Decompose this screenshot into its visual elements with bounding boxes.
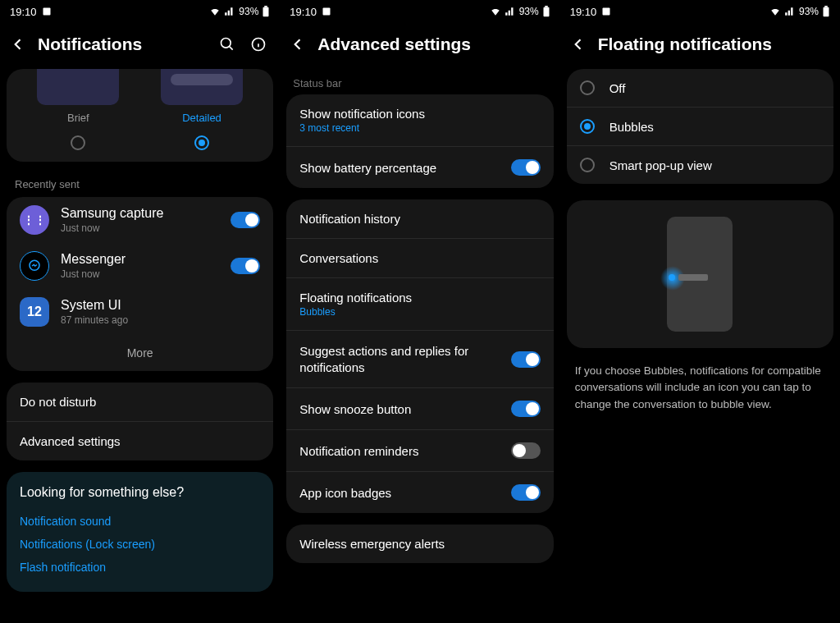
radio-off[interactable] <box>580 80 595 95</box>
toggle-capture[interactable] <box>231 212 260 228</box>
back-button[interactable] <box>570 36 587 53</box>
svg-rect-9 <box>603 8 610 16</box>
option-smart[interactable]: Smart pop-up view <box>567 146 833 184</box>
page-title: Floating notifications <box>598 34 827 54</box>
app-sub: Just now <box>61 222 219 234</box>
app-sub: 87 minutes ago <box>61 314 260 326</box>
app-row-capture[interactable]: ⋮⋮ Samsung capture Just now <box>7 197 273 243</box>
svg-rect-10 <box>823 7 829 16</box>
badges-row[interactable]: App icon badges <box>286 471 553 513</box>
conversations-row[interactable]: Conversations <box>286 238 553 277</box>
looking-title: Looking for something else? <box>20 485 260 500</box>
link-lock-screen[interactable]: Notifications (Lock screen) <box>20 533 260 556</box>
battery-icon <box>262 6 270 17</box>
notifications-screen: 19:10 93% Notifications Brief <box>0 0 280 623</box>
style-brief-label: Brief <box>67 112 89 124</box>
app-row-systemui[interactable]: 12 System UI 87 minutes ago <box>7 289 273 335</box>
photo-icon <box>42 7 52 16</box>
floating-row[interactable]: Floating notifications Bubbles <box>286 277 553 330</box>
status-bar: 19:10 93% <box>560 0 840 23</box>
toggle-messenger[interactable] <box>231 258 260 274</box>
toggle-badges[interactable] <box>511 484 541 501</box>
toggle-suggest[interactable] <box>511 351 541 368</box>
status-battery: 93% <box>799 6 819 17</box>
signal-icon <box>784 6 796 17</box>
style-detailed[interactable]: Detailed <box>140 69 264 162</box>
wifi-icon <box>209 6 221 17</box>
battery-icon <box>822 6 830 17</box>
wifi-icon <box>490 6 501 17</box>
header: Notifications <box>0 23 280 66</box>
status-time: 19:10 <box>10 6 37 18</box>
status-bar-card: Show notification icons 3 most recent Sh… <box>286 94 553 188</box>
advanced-settings-screen: 19:10 93% Advanced settings Status bar S… <box>280 0 559 623</box>
show-battery-row[interactable]: Show battery percentage <box>286 146 553 188</box>
signal-icon <box>224 6 235 17</box>
link-notif-sound[interactable]: Notification sound <box>20 510 260 533</box>
toggle-reminders[interactable] <box>511 442 541 459</box>
battery-icon <box>542 6 550 17</box>
floating-notifications-screen: 19:10 93% Floating notifications Off Bub… <box>560 0 840 623</box>
radio-bubbles[interactable] <box>580 119 595 134</box>
reminders-row[interactable]: Notification reminders <box>286 429 553 471</box>
looking-card: Looking for something else? Notification… <box>7 472 273 592</box>
status-bar: 19:10 93% <box>280 0 559 23</box>
app-row-messenger[interactable]: Messenger Just now <box>7 243 273 289</box>
radio-brief[interactable] <box>71 135 85 150</box>
svg-rect-1 <box>263 7 269 16</box>
back-button[interactable] <box>290 36 306 53</box>
main-options-card: Notification history Conversations Float… <box>286 199 553 513</box>
settings-links-card: Do not disturb Advanced settings <box>7 383 273 460</box>
style-detailed-label: Detailed <box>182 112 221 124</box>
app-name: Samsung capture <box>61 206 219 221</box>
snooze-row[interactable]: Show snooze button <box>286 387 553 429</box>
svg-rect-0 <box>43 8 50 16</box>
radio-smart[interactable] <box>580 158 595 172</box>
app-sub: Just now <box>61 268 219 280</box>
show-icons-row[interactable]: Show notification icons 3 most recent <box>286 94 553 146</box>
options-card: Off Bubbles Smart pop-up view <box>567 69 833 184</box>
search-icon[interactable] <box>219 36 235 53</box>
photo-icon <box>322 7 331 16</box>
link-flash[interactable]: Flash notification <box>20 556 260 579</box>
history-row[interactable]: Notification history <box>286 199 553 238</box>
svg-point-3 <box>221 39 231 48</box>
toggle-snooze[interactable] <box>511 401 541 417</box>
back-button[interactable] <box>10 36 26 53</box>
option-bubbles[interactable]: Bubbles <box>567 108 833 146</box>
status-bar-section: Status bar <box>280 66 559 94</box>
messenger-icon <box>20 251 49 281</box>
more-button[interactable]: More <box>7 335 273 371</box>
svg-rect-6 <box>322 8 330 16</box>
status-battery: 93% <box>519 6 539 17</box>
option-off[interactable]: Off <box>567 69 833 108</box>
svg-rect-8 <box>545 6 548 7</box>
toggle-battery[interactable] <box>511 159 541 176</box>
dnd-row[interactable]: Do not disturb <box>7 383 273 421</box>
status-time: 19:10 <box>290 6 317 18</box>
wireless-row[interactable]: Wireless emergency alerts <box>286 525 553 563</box>
svg-rect-7 <box>543 7 549 16</box>
status-battery: 93% <box>239 6 258 17</box>
advanced-row[interactable]: Advanced settings <box>7 421 273 460</box>
header: Advanced settings <box>280 23 559 66</box>
radio-detailed[interactable] <box>194 135 209 150</box>
description-text: If you choose Bubbles, notifications for… <box>560 356 840 419</box>
header: Floating notifications <box>560 23 840 66</box>
svg-rect-2 <box>265 6 268 7</box>
info-icon[interactable] <box>250 36 267 53</box>
status-time: 19:10 <box>570 6 597 18</box>
phone-preview <box>667 217 733 332</box>
capture-icon: ⋮⋮ <box>20 205 49 235</box>
page-title: Notifications <box>38 34 208 54</box>
svg-rect-11 <box>824 6 828 7</box>
suggest-row[interactable]: Suggest actions and replies for notifica… <box>286 330 553 387</box>
app-name: Messenger <box>61 252 219 267</box>
systemui-icon: 12 <box>20 297 49 327</box>
photo-icon <box>601 7 611 16</box>
wifi-icon <box>769 6 781 17</box>
preview-area <box>567 200 833 348</box>
style-brief[interactable]: Brief <box>16 69 140 162</box>
style-card: Brief Detailed <box>7 69 273 162</box>
recently-sent-label: Recently sent <box>0 170 280 197</box>
